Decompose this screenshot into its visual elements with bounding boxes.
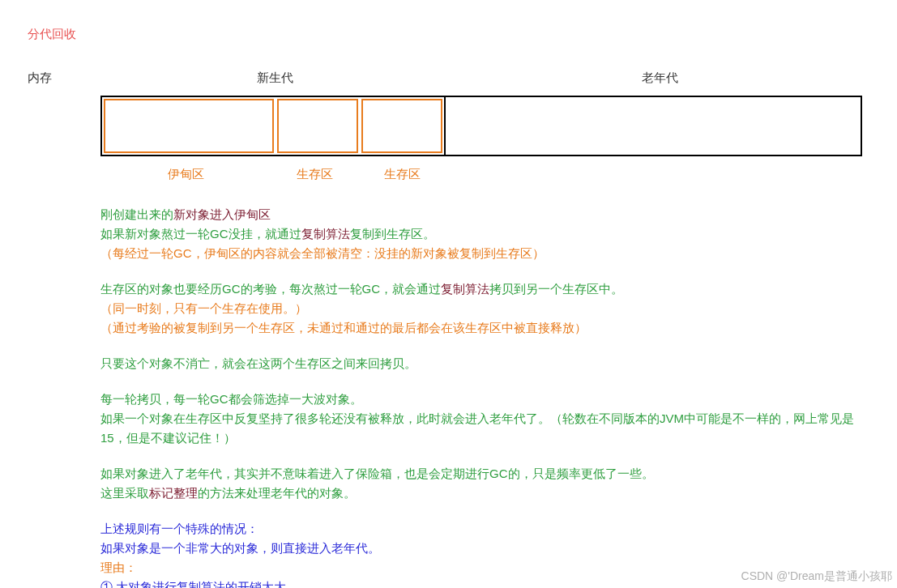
text: 这里采取 [100, 486, 149, 500]
text: 如果对象进入了老年代，其实并不意味着进入了保险箱，也是会定期进行GC的，只是频率… [100, 464, 862, 484]
text: 只要这个对象不消亡，就会在这两个生存区之间来回拷贝。 [100, 354, 862, 373]
memory-label: 内存 [28, 68, 100, 87]
survivor-region-1 [277, 99, 358, 153]
text: 复制算法 [441, 282, 489, 296]
old-gen-header: 老年代 [450, 68, 869, 87]
page-title: 分代回收 [28, 24, 869, 44]
header-row: 内存 新生代 老年代 [28, 68, 869, 87]
text: 复制到生存区。 [350, 227, 435, 241]
text: 如果新对象熬过一轮GC没挂，就通过 [100, 227, 301, 241]
text: （每经过一轮GC，伊甸区的内容就会全部被清空：没挂的新对象被复制到生存区） [100, 244, 862, 263]
eden-label: 伊甸区 [100, 164, 271, 184]
old-region [446, 97, 861, 155]
text: （同一时刻，只有一个生存在使用。） [100, 299, 862, 318]
text: 如果一个对象在生存区中反复坚持了很多轮还没有被释放，此时就会进入老年代了。（轮数… [100, 409, 862, 448]
text: 新对象进入伊甸区 [173, 207, 271, 221]
text: 上述规则有一个特殊的情况： [100, 519, 862, 539]
eden-region [104, 99, 274, 153]
survivor2-label: 生存区 [358, 164, 446, 184]
text: 如果对象是一个非常大的对象，则直接进入老年代。 [100, 539, 862, 558]
text: 的方法来处理老年代的对象。 [198, 486, 356, 500]
survivor1-label: 生存区 [271, 164, 358, 184]
memory-container [100, 96, 862, 156]
text: （通过考验的被复制到另一个生存区，未通过和通过的最后都会在该生存区中被直接释放） [100, 318, 862, 338]
content-text: 刚创建出来的新对象进入伊甸区 如果新对象熬过一轮GC没挂，就通过复制算法复制到生… [100, 205, 862, 588]
text: 复制算法 [301, 227, 350, 241]
memory-diagram: 伊甸区 生存区 生存区 [100, 96, 869, 184]
text: 刚创建出来的 [100, 207, 173, 221]
survivor-region-2 [361, 99, 442, 153]
text: 标记整理 [149, 486, 198, 500]
text: 每一轮拷贝，每一轮GC都会筛选掉一大波对象。 [100, 390, 862, 409]
text: 生存区的对象也要经历GC的考验，每次熬过一轮GC，就会通过 [100, 282, 441, 296]
text: 拷贝到另一个生存区中。 [489, 282, 623, 296]
young-gen-header: 新生代 [100, 68, 450, 87]
watermark: CSDN @'Dream是普通小孩耶 [741, 567, 892, 585]
